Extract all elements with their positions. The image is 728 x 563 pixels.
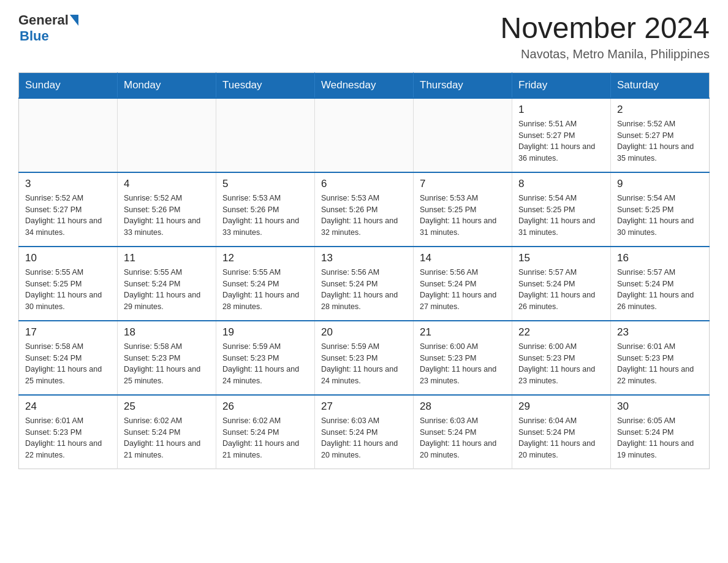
day-info: Sunrise: 5:58 AMSunset: 5:23 PMDaylight:…: [124, 341, 210, 387]
weekday-header-friday: Friday: [512, 72, 611, 98]
day-info: Sunrise: 5:55 AMSunset: 5:25 PMDaylight:…: [25, 267, 111, 313]
page-header: General Blue November 2024 Navotas, Metr…: [18, 12, 710, 61]
calendar-cell: 24Sunrise: 6:01 AMSunset: 5:23 PMDayligh…: [19, 395, 118, 469]
calendar-cell: 26Sunrise: 6:02 AMSunset: 5:24 PMDayligh…: [216, 395, 315, 469]
day-number: 7: [420, 178, 506, 190]
day-number: 29: [518, 400, 604, 413]
calendar-cell: 3Sunrise: 5:52 AMSunset: 5:27 PMDaylight…: [19, 172, 118, 247]
day-info: Sunrise: 5:51 AMSunset: 5:27 PMDaylight:…: [518, 118, 604, 164]
weekday-header-tuesday: Tuesday: [216, 72, 315, 98]
day-number: 2: [617, 104, 703, 116]
day-info: Sunrise: 6:04 AMSunset: 5:24 PMDaylight:…: [518, 415, 604, 461]
calendar-cell: [414, 98, 512, 172]
calendar-cell: 17Sunrise: 5:58 AMSunset: 5:24 PMDayligh…: [19, 321, 118, 395]
day-info: Sunrise: 5:55 AMSunset: 5:24 PMDaylight:…: [222, 267, 308, 313]
weekday-header-monday: Monday: [118, 72, 216, 98]
day-number: 27: [321, 400, 407, 413]
calendar-cell: 7Sunrise: 5:53 AMSunset: 5:25 PMDaylight…: [414, 172, 512, 247]
calendar-cell: 1Sunrise: 5:51 AMSunset: 5:27 PMDaylight…: [512, 98, 611, 172]
day-number: 24: [25, 400, 111, 413]
day-number: 18: [124, 326, 210, 339]
location-subtitle: Navotas, Metro Manila, Philippines: [500, 47, 710, 61]
calendar-cell: 22Sunrise: 6:00 AMSunset: 5:23 PMDayligh…: [512, 321, 611, 395]
calendar-cell: 8Sunrise: 5:54 AMSunset: 5:25 PMDaylight…: [512, 172, 611, 247]
day-info: Sunrise: 5:59 AMSunset: 5:23 PMDaylight:…: [222, 341, 308, 387]
calendar-cell: 11Sunrise: 5:55 AMSunset: 5:24 PMDayligh…: [118, 247, 216, 321]
calendar-cell: 4Sunrise: 5:52 AMSunset: 5:26 PMDaylight…: [118, 172, 216, 247]
day-number: 28: [420, 400, 506, 413]
day-number: 4: [124, 178, 210, 190]
day-number: 1: [518, 104, 604, 116]
day-info: Sunrise: 5:52 AMSunset: 5:27 PMDaylight:…: [25, 193, 111, 239]
calendar-cell: 23Sunrise: 6:01 AMSunset: 5:23 PMDayligh…: [611, 321, 710, 395]
day-number: 30: [617, 400, 703, 413]
month-title: November 2024: [500, 12, 710, 45]
day-number: 5: [222, 178, 308, 190]
day-info: Sunrise: 6:03 AMSunset: 5:24 PMDaylight:…: [420, 415, 506, 461]
day-number: 26: [222, 400, 308, 413]
calendar-cell: 20Sunrise: 5:59 AMSunset: 5:23 PMDayligh…: [315, 321, 414, 395]
calendar-cell: 14Sunrise: 5:56 AMSunset: 5:24 PMDayligh…: [414, 247, 512, 321]
day-info: Sunrise: 6:01 AMSunset: 5:23 PMDaylight:…: [617, 341, 703, 387]
calendar-cell: [315, 98, 414, 172]
day-number: 11: [124, 252, 210, 264]
calendar-week-1: 1Sunrise: 5:51 AMSunset: 5:27 PMDaylight…: [19, 98, 710, 172]
calendar-cell: 2Sunrise: 5:52 AMSunset: 5:27 PMDaylight…: [611, 98, 710, 172]
calendar-cell: 21Sunrise: 6:00 AMSunset: 5:23 PMDayligh…: [414, 321, 512, 395]
day-number: 12: [222, 252, 308, 264]
calendar-table: SundayMondayTuesdayWednesdayThursdayFrid…: [18, 72, 710, 469]
day-info: Sunrise: 6:02 AMSunset: 5:24 PMDaylight:…: [124, 415, 210, 461]
calendar-cell: 28Sunrise: 6:03 AMSunset: 5:24 PMDayligh…: [414, 395, 512, 469]
logo-blue-text: Blue: [20, 28, 49, 44]
day-number: 19: [222, 326, 308, 339]
day-info: Sunrise: 5:58 AMSunset: 5:24 PMDaylight:…: [25, 341, 111, 387]
day-number: 20: [321, 326, 407, 339]
day-info: Sunrise: 5:53 AMSunset: 5:25 PMDaylight:…: [420, 193, 506, 239]
day-number: 17: [25, 326, 111, 339]
calendar-header: SundayMondayTuesdayWednesdayThursdayFrid…: [19, 72, 710, 98]
calendar-week-2: 3Sunrise: 5:52 AMSunset: 5:27 PMDaylight…: [19, 172, 710, 247]
day-number: 6: [321, 178, 407, 190]
day-info: Sunrise: 6:02 AMSunset: 5:24 PMDaylight:…: [222, 415, 308, 461]
calendar-cell: 18Sunrise: 5:58 AMSunset: 5:23 PMDayligh…: [118, 321, 216, 395]
day-info: Sunrise: 5:56 AMSunset: 5:24 PMDaylight:…: [321, 267, 407, 313]
day-info: Sunrise: 5:56 AMSunset: 5:24 PMDaylight:…: [420, 267, 506, 313]
calendar-cell: 25Sunrise: 6:02 AMSunset: 5:24 PMDayligh…: [118, 395, 216, 469]
calendar-body: 1Sunrise: 5:51 AMSunset: 5:27 PMDaylight…: [19, 98, 710, 469]
logo: General Blue: [18, 12, 78, 44]
day-number: 10: [25, 252, 111, 264]
calendar-cell: 15Sunrise: 5:57 AMSunset: 5:24 PMDayligh…: [512, 247, 611, 321]
calendar-week-4: 17Sunrise: 5:58 AMSunset: 5:24 PMDayligh…: [19, 321, 710, 395]
day-info: Sunrise: 5:57 AMSunset: 5:24 PMDaylight:…: [518, 267, 604, 313]
day-number: 22: [518, 326, 604, 339]
calendar-cell: 9Sunrise: 5:54 AMSunset: 5:25 PMDaylight…: [611, 172, 710, 247]
title-section: November 2024 Navotas, Metro Manila, Phi…: [500, 12, 710, 61]
logo-general-text: General: [18, 12, 69, 28]
calendar-cell: [216, 98, 315, 172]
day-info: Sunrise: 5:53 AMSunset: 5:26 PMDaylight:…: [222, 193, 308, 239]
weekday-header-saturday: Saturday: [611, 72, 710, 98]
day-info: Sunrise: 5:54 AMSunset: 5:25 PMDaylight:…: [617, 193, 703, 239]
day-info: Sunrise: 5:55 AMSunset: 5:24 PMDaylight:…: [124, 267, 210, 313]
day-number: 14: [420, 252, 506, 264]
day-info: Sunrise: 6:00 AMSunset: 5:23 PMDaylight:…: [518, 341, 604, 387]
weekday-header-thursday: Thursday: [414, 72, 512, 98]
day-info: Sunrise: 6:00 AMSunset: 5:23 PMDaylight:…: [420, 341, 506, 387]
day-number: 25: [124, 400, 210, 413]
calendar-cell: 12Sunrise: 5:55 AMSunset: 5:24 PMDayligh…: [216, 247, 315, 321]
day-info: Sunrise: 5:54 AMSunset: 5:25 PMDaylight:…: [518, 193, 604, 239]
day-info: Sunrise: 6:03 AMSunset: 5:24 PMDaylight:…: [321, 415, 407, 461]
calendar-cell: [118, 98, 216, 172]
day-info: Sunrise: 6:01 AMSunset: 5:23 PMDaylight:…: [25, 415, 111, 461]
weekday-header-wednesday: Wednesday: [315, 72, 414, 98]
day-number: 9: [617, 178, 703, 190]
day-info: Sunrise: 6:05 AMSunset: 5:24 PMDaylight:…: [617, 415, 703, 461]
day-info: Sunrise: 5:52 AMSunset: 5:26 PMDaylight:…: [124, 193, 210, 239]
day-info: Sunrise: 5:59 AMSunset: 5:23 PMDaylight:…: [321, 341, 407, 387]
calendar-cell: 5Sunrise: 5:53 AMSunset: 5:26 PMDaylight…: [216, 172, 315, 247]
calendar-week-3: 10Sunrise: 5:55 AMSunset: 5:25 PMDayligh…: [19, 247, 710, 321]
weekday-header-sunday: Sunday: [19, 72, 118, 98]
day-number: 21: [420, 326, 506, 339]
day-number: 16: [617, 252, 703, 264]
day-info: Sunrise: 5:53 AMSunset: 5:26 PMDaylight:…: [321, 193, 407, 239]
